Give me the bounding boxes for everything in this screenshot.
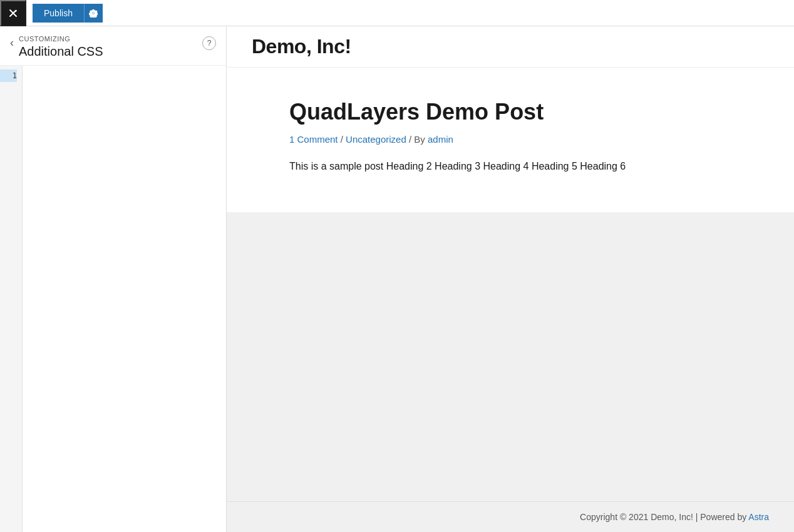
comment-link[interactable]: 1 Comment: [289, 134, 338, 145]
back-button[interactable]: ‹: [10, 35, 19, 49]
sidebar: ‹ Customizing Additional CSS ? 1: [0, 26, 227, 532]
sidebar-header-left: ‹ Customizing Additional CSS: [10, 35, 103, 59]
post-card: QuadLayers Demo Post 1 Comment / Uncateg…: [227, 68, 794, 212]
post-title: QuadLayers Demo Post: [289, 99, 731, 125]
post-excerpt: This is a sample post Heading 2 Heading …: [289, 158, 731, 175]
sidebar-header-text: Customizing Additional CSS: [19, 35, 103, 59]
preview-footer-area: [227, 212, 794, 501]
site-title: Demo, Inc!: [252, 35, 769, 58]
css-textarea[interactable]: [26, 69, 222, 528]
close-icon: [8, 8, 18, 18]
top-bar: Publish: [0, 0, 794, 26]
publish-button[interactable]: Publish: [33, 4, 84, 23]
footer-text: Copyright © 2021 Demo, Inc! | Powered by: [580, 512, 748, 522]
line-numbers: 1: [0, 66, 23, 532]
main-layout: ‹ Customizing Additional CSS ? 1 Demo, I…: [0, 26, 794, 532]
gear-icon: [89, 9, 98, 18]
meta-sep1: /: [338, 134, 346, 145]
customizing-label: Customizing: [19, 35, 103, 43]
footer-brand-link[interactable]: Astra: [748, 512, 769, 522]
meta-sep2: / By: [406, 134, 428, 145]
post-meta: 1 Comment / Uncategorized / By admin: [289, 134, 731, 145]
author-link[interactable]: admin: [428, 134, 453, 145]
preview-content: QuadLayers Demo Post 1 Comment / Uncateg…: [227, 68, 794, 532]
help-button[interactable]: ?: [202, 36, 216, 50]
publish-area: Publish: [33, 4, 103, 23]
line-number-1: 1: [0, 69, 17, 82]
preview-area: Demo, Inc! QuadLayers Demo Post 1 Commen…: [227, 26, 794, 532]
sidebar-header: ‹ Customizing Additional CSS ?: [0, 26, 226, 66]
close-button[interactable]: [0, 0, 26, 26]
category-link[interactable]: Uncategorized: [346, 134, 406, 145]
css-textarea-area[interactable]: [23, 66, 226, 532]
publish-settings-button[interactable]: [84, 4, 103, 23]
section-title: Additional CSS: [19, 44, 103, 59]
preview-site-header: Demo, Inc!: [227, 26, 794, 68]
css-editor: 1: [0, 66, 226, 532]
preview-site-footer: Copyright © 2021 Demo, Inc! | Powered by…: [227, 501, 794, 532]
